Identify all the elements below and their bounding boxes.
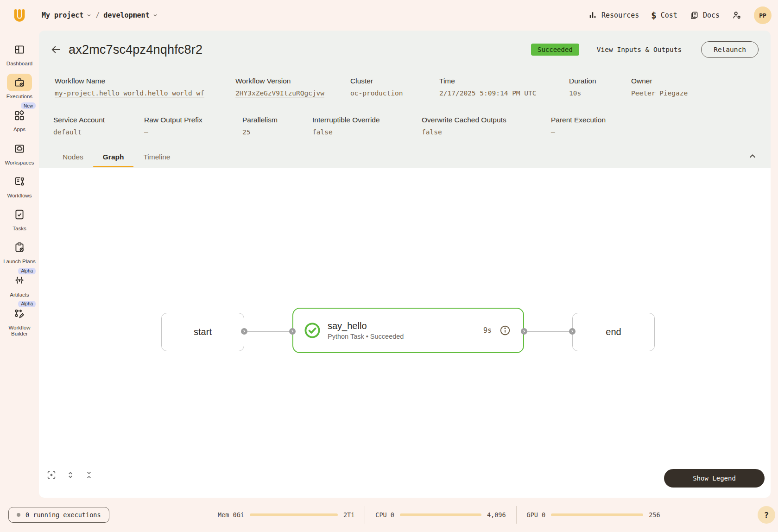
meta-interruptible-override: Interruptible Override false xyxy=(312,116,380,136)
help-button[interactable]: ? xyxy=(758,506,775,524)
domain-selector[interactable]: development xyxy=(103,11,158,19)
alpha-badge: Alpha xyxy=(18,301,36,307)
meta-overwrite-cached-outputs: Overwrite Cached Outputs false xyxy=(422,116,506,136)
task-duration: 9s xyxy=(483,326,492,335)
sidebar-item-executions[interactable]: Executions xyxy=(1,74,38,100)
meta-label: Overwrite Cached Outputs xyxy=(422,116,506,124)
meta-value: – xyxy=(551,128,606,136)
meta-service-account: Service Account default xyxy=(53,116,105,136)
meta-label: Workflow Name xyxy=(55,77,204,85)
chevron-down-icon xyxy=(86,13,92,18)
artifacts-icon xyxy=(13,275,25,287)
tab-timeline[interactable]: Timeline xyxy=(133,147,180,167)
docs-icon xyxy=(689,11,699,20)
meter-divider xyxy=(516,506,517,524)
cost-button[interactable]: $ Cost xyxy=(651,10,677,20)
sidebar-item-label: Workflow Builder xyxy=(3,325,36,337)
gpu-meter: GPU 0 256 xyxy=(527,511,660,519)
collapse-panel-chevron-icon[interactable] xyxy=(747,151,758,161)
running-executions-pill[interactable]: 0 running executions xyxy=(8,507,109,523)
new-badge: New xyxy=(21,102,36,109)
meta-parent-execution: Parent Execution – xyxy=(551,116,606,136)
meta-value: 2/17/2025 5:09:14 PM UTC xyxy=(439,89,537,97)
status-dot-icon xyxy=(17,513,20,517)
meta-value: Peeter Piegaze xyxy=(631,89,688,97)
domain-name: development xyxy=(103,11,149,19)
resources-button[interactable]: Resources xyxy=(588,11,639,20)
edge-connector-icon xyxy=(569,328,576,335)
cost-label: Cost xyxy=(661,11,677,19)
meta-label: Service Account xyxy=(53,116,105,124)
docs-label: Docs xyxy=(703,11,720,19)
edge-connector-icon xyxy=(289,328,296,335)
user-settings-button[interactable] xyxy=(732,10,742,20)
union-logo-icon[interactable] xyxy=(10,6,29,25)
sidebar-item-workflow-builder[interactable]: Alpha Workflow Builder xyxy=(1,305,38,337)
sidebar-item-dashboard[interactable]: Dashboard xyxy=(1,41,38,67)
project-selector[interactable]: My project xyxy=(42,11,92,19)
center-focus-icon[interactable] xyxy=(46,470,57,480)
graph-canvas[interactable]: start say_hello Python Task • Succeeded … xyxy=(39,168,771,498)
relaunch-button[interactable]: Relaunch xyxy=(701,41,759,58)
edge-start-to-task xyxy=(247,331,292,332)
sidebar-item-label: Apps xyxy=(13,127,25,133)
launch-plans-icon xyxy=(13,241,25,253)
docs-button[interactable]: Docs xyxy=(689,11,720,20)
graph-controls xyxy=(46,470,94,480)
meta-time: Time 2/17/2025 5:09:14 PM UTC xyxy=(439,77,537,97)
breadcrumb-separator: / xyxy=(95,11,100,19)
sidebar-item-apps[interactable]: New Apps xyxy=(1,107,38,133)
cpu-meter-bar xyxy=(400,513,481,516)
breadcrumb: My project / development xyxy=(42,11,158,19)
alpha-badge: Alpha xyxy=(18,268,36,274)
top-bar: My project / development Resources $ Cos… xyxy=(0,0,778,31)
memory-meter: Mem 0Gi 2Ti xyxy=(218,511,354,519)
avatar[interactable]: PP xyxy=(754,6,772,24)
meta-cluster: Cluster oc-production xyxy=(350,77,403,97)
sidebar-item-artifacts[interactable]: Alpha Artifacts xyxy=(1,272,38,298)
sidebar-item-launch-plans[interactable]: Launch Plans xyxy=(1,239,38,265)
workflow-name-link[interactable]: my-project.hello_world.hello_world_wf xyxy=(55,89,204,97)
graph-node-start[interactable]: start xyxy=(161,313,244,351)
workspaces-icon xyxy=(13,143,25,155)
dollar-icon: $ xyxy=(651,10,656,20)
workflow-version-link[interactable]: 2HY3xZeGzV9ItzuRQgcjvw xyxy=(235,89,324,97)
memory-meter-max: 2Ti xyxy=(343,511,354,519)
meta-label: Duration xyxy=(569,77,596,85)
sidebar-item-workflows[interactable]: Workflows xyxy=(1,173,38,199)
back-arrow-icon[interactable] xyxy=(49,43,63,57)
gpu-meter-label: GPU 0 xyxy=(527,511,546,519)
task-node-text: say_hello Python Task • Succeeded xyxy=(328,321,404,340)
meta-value: 10s xyxy=(569,89,596,97)
execution-id-title: ax2mc7sc4pz4nqhfc8r2 xyxy=(69,43,202,57)
info-icon[interactable] xyxy=(499,324,511,336)
sidebar-item-workspaces[interactable]: Workspaces xyxy=(1,140,38,166)
graph-node-end[interactable]: end xyxy=(572,313,655,351)
graph-node-say-hello[interactable]: say_hello Python Task • Succeeded 9s xyxy=(292,308,524,353)
sidebar-item-label: Workspaces xyxy=(5,160,34,166)
sidebar-item-tasks[interactable]: Tasks xyxy=(1,206,38,232)
chevron-down-icon xyxy=(152,13,158,18)
cpu-meter: CPU 0 4,096 xyxy=(375,511,506,519)
task-node-subtitle: Python Task • Succeeded xyxy=(328,333,404,340)
meta-label: Workflow Version xyxy=(235,77,324,85)
view-tabs: Nodes Graph Timeline xyxy=(53,147,759,167)
cpu-meter-label: CPU 0 xyxy=(375,511,394,519)
view-inputs-outputs-button[interactable]: View Inputs & Outputs xyxy=(597,46,682,53)
tab-nodes[interactable]: Nodes xyxy=(53,147,93,167)
task-node-title: say_hello xyxy=(328,321,404,331)
status-badge: Succeeded xyxy=(531,44,579,56)
meta-owner: Owner Peeter Piegaze xyxy=(631,77,688,97)
meta-workflow-version: Workflow Version 2HY3xZeGzV9ItzuRQgcjvw xyxy=(235,77,324,97)
collapse-vertical-icon[interactable] xyxy=(84,470,94,480)
show-legend-button[interactable]: Show Legend xyxy=(664,469,765,488)
top-nav: Resources $ Cost Docs PP xyxy=(588,6,772,24)
status-bar: 0 running executions Mem 0Gi 2Ti CPU 0 4… xyxy=(0,498,778,532)
tab-graph[interactable]: Graph xyxy=(93,147,134,167)
expand-vertical-icon[interactable] xyxy=(66,470,75,480)
check-circle-icon xyxy=(304,322,321,339)
sidebar-item-label: Launch Plans xyxy=(3,259,36,265)
meta-label: Time xyxy=(439,77,537,85)
running-executions-label: 0 running executions xyxy=(25,511,101,519)
tasks-icon xyxy=(13,209,25,221)
